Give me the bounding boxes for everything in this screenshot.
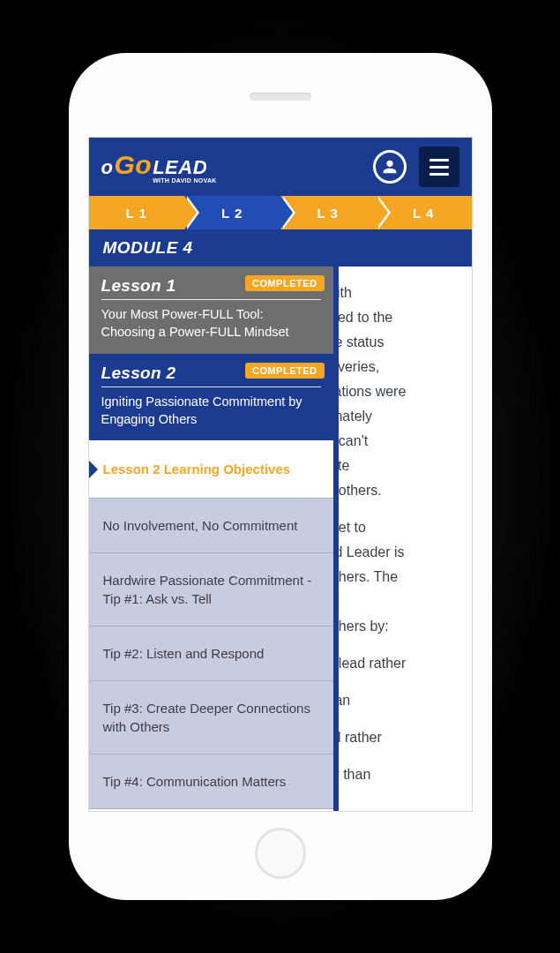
lesson-sidebar: COMPLETED Lesson 1 Your Most Power-FULL … [89, 266, 339, 811]
profile-icon[interactable] [373, 150, 407, 184]
completed-badge: COMPLETED [245, 275, 325, 291]
logo-o: o [101, 156, 114, 179]
hamburger-menu-icon[interactable] [419, 146, 459, 187]
lesson-1-card[interactable]: COMPLETED Lesson 1 Your Most Power-FULL … [89, 266, 333, 354]
completed-badge: COMPLETED [245, 363, 325, 379]
lesson-2-topics: Lesson 2 Learning Objectives No Involvem… [89, 440, 333, 809]
app-header: o Go LEAD WITH DAVID NOVAK [89, 138, 472, 196]
app-screen: o Go LEAD WITH DAVID NOVAK L 1 L 2 L 3 L… [88, 137, 473, 812]
lesson-2-card[interactable]: COMPLETED Lesson 2 Igniting Passionate C… [89, 354, 333, 441]
topic-tip-4[interactable]: Tip #4: Communication Matters [89, 754, 333, 809]
lesson-1-desc: Your Most Power-FULL Tool: Choosing a Po… [101, 305, 321, 341]
logo-go: Go [114, 150, 152, 180]
phone-frame: o Go LEAD WITH DAVID NOVAK L 1 L 2 L 3 L… [69, 53, 492, 900]
topic-learning-objectives[interactable]: Lesson 2 Learning Objectives [89, 440, 333, 499]
home-button[interactable] [255, 828, 306, 879]
phone-speaker [250, 93, 311, 101]
logo-lead: LEAD [153, 159, 217, 176]
background-article-text: with itted to the ne status ioveries, za… [327, 266, 463, 799]
app-logo[interactable]: o Go LEAD WITH DAVID NOVAK [101, 150, 217, 184]
lesson-2-desc: Igniting Passionate Commitment by Engagi… [101, 393, 321, 429]
lesson-nav: L 1 L 2 L 3 L 4 [89, 196, 472, 229]
topic-tip-2[interactable]: Tip #2: Listen and Respond [89, 627, 333, 681]
topic-no-involvement[interactable]: No Involvement, No Commitment [89, 499, 333, 553]
logo-tagline: WITH DAVID NOVAK [153, 178, 217, 184]
module-title: MODULE 4 [89, 229, 472, 266]
nav-l1[interactable]: L 1 [89, 196, 185, 229]
topic-tip-3[interactable]: Tip #3: Create Deeper Connections with O… [89, 681, 333, 754]
topic-tip-1[interactable]: Hardwire Passionate Commitment - Tip #1:… [89, 553, 333, 627]
